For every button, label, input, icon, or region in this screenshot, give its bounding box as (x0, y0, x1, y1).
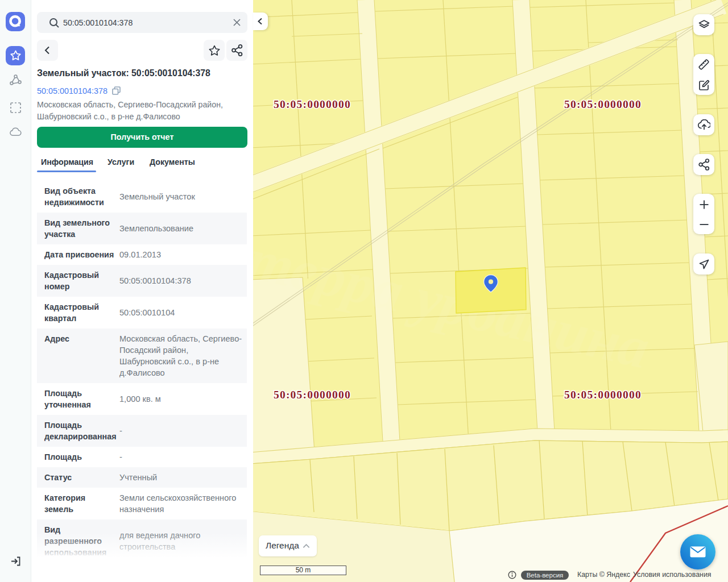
svg-text:50:05:0000000: 50:05:0000000 (564, 389, 642, 401)
svg-text:50:05:0000000: 50:05:0000000 (274, 98, 351, 110)
svg-text:50:05:0000000: 50:05:0000000 (564, 98, 642, 110)
svg-text:50:05:0000000: 50:05:0000000 (274, 389, 351, 401)
